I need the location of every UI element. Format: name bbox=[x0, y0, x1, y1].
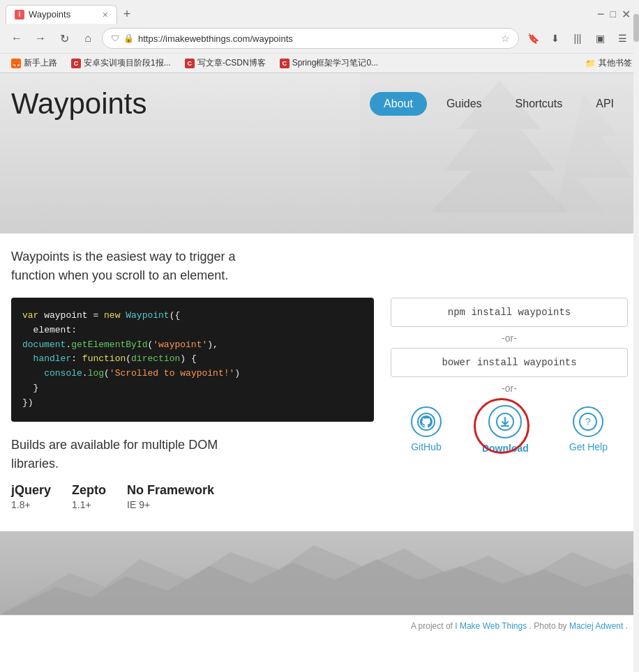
toolbar-icons: 🔖 ⬇ ||| ▣ ☰ bbox=[523, 29, 632, 48]
url-display: https://imakewebthings.com/waypoints bbox=[138, 33, 497, 44]
get-help-label: Get Help bbox=[569, 441, 608, 452]
or-divider-1: -or- bbox=[391, 333, 628, 344]
title-bar: i Waypoints × + − □ ✕ bbox=[0, 0, 639, 24]
other-bookmarks-label: 其他书签 bbox=[599, 57, 632, 69]
library-name: jQuery bbox=[11, 483, 51, 498]
bookmark-item[interactable]: C 写文章-CSDN博客 bbox=[181, 56, 270, 70]
code-line: element: bbox=[22, 323, 363, 338]
background-section bbox=[0, 531, 639, 615]
download-label: Download bbox=[482, 443, 529, 454]
minimize-button[interactable]: − bbox=[597, 7, 605, 22]
forward-button[interactable]: → bbox=[31, 29, 50, 48]
background-illustration bbox=[0, 531, 639, 615]
bookmark-star-icon[interactable]: ☆ bbox=[501, 33, 510, 44]
bookmark-label: 写文章-CSDN博客 bbox=[197, 57, 266, 69]
nav-links: About Guides Shortcuts API bbox=[370, 92, 628, 116]
browser-tab[interactable]: i Waypoints × bbox=[6, 5, 117, 24]
new-tab-button[interactable]: + bbox=[117, 4, 137, 24]
library-version: IE 9+ bbox=[127, 499, 214, 510]
bookmarks-bar: 🦊 新手上路 C 安卓实训项目阶段1报... C 写文章-CSDN博客 C Sp… bbox=[0, 53, 639, 72]
back-button[interactable]: ← bbox=[7, 29, 27, 48]
bookmark-favicon: C bbox=[185, 59, 195, 68]
github-label: GitHub bbox=[411, 441, 442, 452]
maximize-button[interactable]: □ bbox=[610, 8, 616, 20]
nav-about[interactable]: About bbox=[370, 92, 427, 116]
security-icon: 🛡 bbox=[111, 33, 119, 43]
window-close-button[interactable]: ✕ bbox=[622, 8, 631, 21]
library-item-noframework: No Framework IE 9+ bbox=[127, 483, 214, 510]
library-button[interactable]: ||| bbox=[568, 29, 587, 48]
bower-install-box[interactable]: bower install waypoints bbox=[391, 348, 628, 377]
npm-install-box[interactable]: npm install waypoints bbox=[391, 298, 628, 327]
github-icon bbox=[411, 406, 442, 437]
page-content: Waypoints About Guides Shortcuts API Way… bbox=[0, 73, 639, 636]
refresh-button[interactable]: ↻ bbox=[54, 29, 74, 48]
bookmark-label: 新手上路 bbox=[24, 57, 57, 69]
bookmark-favicon: C bbox=[280, 59, 290, 68]
bookmark-favicon: 🦊 bbox=[11, 59, 21, 68]
tab-favicon: i bbox=[15, 10, 24, 20]
or-divider-2: -or- bbox=[391, 383, 628, 394]
library-item-jquery: jQuery 1.8+ bbox=[11, 483, 51, 510]
footer-link-maciej[interactable]: Maciej Adwent bbox=[569, 621, 623, 631]
bookmark-item[interactable]: C 安卓实训项目阶段1报... bbox=[67, 56, 175, 70]
svg-text:?: ? bbox=[585, 416, 591, 427]
nav-shortcuts[interactable]: Shortcuts bbox=[502, 92, 577, 116]
folder-icon: 📁 bbox=[585, 59, 596, 68]
menu-button[interactable]: ☰ bbox=[612, 29, 632, 48]
action-row: GitHub Download bbox=[391, 405, 628, 454]
footer-text3: . bbox=[626, 621, 628, 631]
site-navigation: Waypoints About Guides Shortcuts API bbox=[0, 73, 639, 132]
lock-icon: 🔒 bbox=[123, 33, 134, 43]
get-help-action[interactable]: ? Get Help bbox=[569, 406, 608, 452]
nav-api[interactable]: API bbox=[582, 92, 628, 116]
bookmark-label: 安卓实训项目阶段1报... bbox=[84, 57, 171, 69]
code-line: document.getElementById('waypoint'), bbox=[22, 338, 363, 353]
library-version: 1.1+ bbox=[72, 499, 106, 510]
bookmark-item[interactable]: C Spring框架学习笔记0... bbox=[276, 56, 382, 70]
tab-title: Waypoints bbox=[29, 9, 98, 20]
main-content: Waypoints is the easiest way to trigger … bbox=[0, 234, 639, 524]
library-name: No Framework bbox=[127, 483, 214, 498]
pocket-button[interactable]: 🔖 bbox=[523, 29, 543, 48]
download-icon bbox=[488, 405, 522, 438]
library-item-zepto: Zepto 1.1+ bbox=[72, 483, 106, 510]
footer-text: A project of bbox=[411, 621, 455, 631]
download-button[interactable]: ⬇ bbox=[546, 29, 565, 48]
bookmark-favicon: C bbox=[71, 59, 81, 68]
code-line: } bbox=[22, 381, 363, 396]
code-line: var waypoint = new Waypoint({ bbox=[22, 309, 363, 323]
tab-close-button[interactable]: × bbox=[103, 9, 108, 20]
left-column: var waypoint = new Waypoint({ element: d… bbox=[11, 298, 374, 510]
get-help-icon: ? bbox=[573, 406, 603, 437]
address-bar[interactable]: 🛡 🔒 https://imakewebthings.com/waypoints… bbox=[102, 28, 519, 49]
code-block: var waypoint = new Waypoint({ element: d… bbox=[11, 298, 374, 422]
code-line: console.log('Scrolled to waypoint!') bbox=[22, 367, 363, 381]
library-version: 1.8+ bbox=[11, 499, 51, 510]
scrollbar-thumb[interactable] bbox=[633, 14, 639, 42]
address-bar-row: ← → ↻ ⌂ 🛡 🔒 https://imakewebthings.com/w… bbox=[0, 24, 639, 53]
sidebar-button[interactable]: ▣ bbox=[590, 29, 610, 48]
library-name: Zepto bbox=[72, 483, 106, 498]
libraries-section: Builds are available for multiple DOM li… bbox=[11, 436, 374, 510]
libraries-heading: Builds are available for multiple DOM li… bbox=[11, 436, 374, 473]
footer-link-imakewebthings[interactable]: I Make Web Things bbox=[455, 621, 527, 631]
library-list: jQuery 1.8+ Zepto 1.1+ No Framework IE 9… bbox=[11, 483, 374, 510]
bookmark-item[interactable]: 🦊 新手上路 bbox=[7, 56, 61, 70]
nav-guides[interactable]: Guides bbox=[433, 92, 496, 116]
home-button[interactable]: ⌂ bbox=[78, 29, 98, 48]
site-title: Waypoints bbox=[11, 87, 370, 121]
footer: A project of I Make Web Things . Photo b… bbox=[0, 615, 639, 636]
download-action[interactable]: Download bbox=[482, 405, 529, 454]
tagline: Waypoints is the easiest way to trigger … bbox=[11, 247, 628, 285]
right-column: npm install waypoints -or- bower install… bbox=[391, 298, 628, 454]
content-row: var waypoint = new Waypoint({ element: d… bbox=[11, 298, 628, 510]
hero-section: Waypoints About Guides Shortcuts API bbox=[0, 73, 639, 234]
bookmark-label: Spring框架学习笔记0... bbox=[292, 57, 378, 69]
footer-text2: . Photo by bbox=[529, 621, 569, 631]
other-bookmarks[interactable]: 📁 其他书签 bbox=[585, 57, 632, 69]
github-action[interactable]: GitHub bbox=[411, 406, 442, 452]
code-line: handler: function(direction) { bbox=[22, 352, 363, 367]
browser-chrome: i Waypoints × + − □ ✕ ← → ↻ ⌂ 🛡 🔒 https:… bbox=[0, 0, 639, 73]
code-line: }) bbox=[22, 396, 363, 411]
